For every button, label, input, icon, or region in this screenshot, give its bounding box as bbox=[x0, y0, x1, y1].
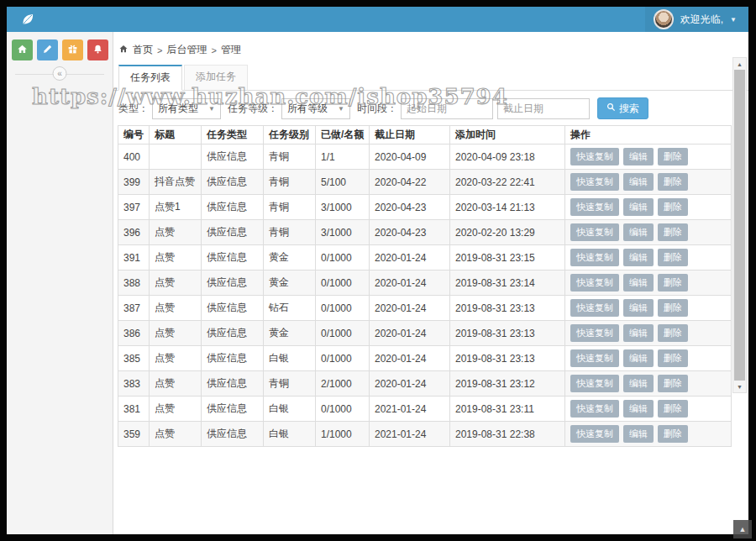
col-level: 任务级别 bbox=[264, 126, 316, 144]
cell-type: 供应信息 bbox=[202, 346, 264, 371]
edit-button[interactable]: 编辑 bbox=[623, 400, 654, 418]
cell-added: 2019-08-31 23:14 bbox=[450, 270, 565, 296]
cell-added: 2019-08-31 23:13 bbox=[450, 321, 565, 346]
type-select[interactable]: 所有类型 ▼ bbox=[152, 98, 221, 119]
cell-added: 2019-08-31 23:11 bbox=[450, 397, 565, 422]
delete-button[interactable]: 删除 bbox=[658, 324, 688, 342]
delete-button[interactable]: 删除 bbox=[658, 299, 688, 317]
cell-title: 点赞 bbox=[150, 220, 202, 245]
cell-type: 供应信息 bbox=[202, 195, 264, 220]
delete-button[interactable]: 删除 bbox=[658, 349, 688, 367]
cell-id: 396 bbox=[118, 220, 150, 245]
edit-button[interactable]: 编辑 bbox=[623, 249, 654, 266]
quick-copy-button[interactable]: 快速复制 bbox=[570, 324, 619, 342]
user-menu[interactable]: 欢迎光临, ▼ bbox=[645, 7, 748, 32]
cell-level: 白银 bbox=[264, 422, 316, 447]
quick-copy-button[interactable]: 快速复制 bbox=[570, 198, 619, 216]
delete-button[interactable]: 删除 bbox=[658, 425, 688, 443]
quick-copy-button[interactable]: 快速复制 bbox=[570, 375, 619, 392]
cell-progress: 5/100 bbox=[316, 170, 370, 195]
table-row: 396点赞供应信息青铜3/10002020-04-232020-02-20 13… bbox=[118, 220, 732, 245]
scroll-down-arrow-icon[interactable]: ▼ bbox=[733, 381, 746, 392]
cell-id: 397 bbox=[118, 195, 150, 220]
edit-button[interactable]: 编辑 bbox=[623, 425, 654, 443]
cell-progress: 0/1000 bbox=[316, 321, 370, 346]
edit-button[interactable]: 编辑 bbox=[623, 324, 654, 342]
start-date-input[interactable] bbox=[401, 98, 493, 119]
main-content: 首页 > 后台管理 > 管理 任务列表 添加任务 类型： 所有类型 ▼ bbox=[113, 32, 748, 534]
quick-copy-button[interactable]: 快速复制 bbox=[570, 400, 619, 418]
edit-button[interactable]: 编辑 bbox=[623, 375, 654, 392]
level-select[interactable]: 所有等级 ▼ bbox=[281, 98, 350, 119]
cell-id: 387 bbox=[118, 296, 150, 321]
vertical-scrollbar[interactable]: ▲ ▼ bbox=[732, 57, 747, 393]
quick-copy-button[interactable]: 快速复制 bbox=[570, 148, 619, 165]
cell-title: 点赞 bbox=[150, 346, 202, 371]
tab-add-task[interactable]: 添加任务 bbox=[184, 65, 248, 90]
cell-progress: 1/1000 bbox=[316, 422, 370, 447]
cell-deadline: 2020-01-24 bbox=[370, 245, 450, 270]
delete-button[interactable]: 删除 bbox=[658, 249, 688, 266]
cell-added: 2019-08-31 23:13 bbox=[450, 296, 565, 321]
breadcrumb: 首页 > 后台管理 > 管理 bbox=[118, 43, 748, 57]
home-icon bbox=[17, 44, 28, 57]
edit-button[interactable]: 编辑 bbox=[623, 349, 654, 367]
delete-button[interactable]: 删除 bbox=[658, 375, 688, 392]
delete-button[interactable]: 删除 bbox=[658, 223, 688, 241]
cell-actions: 快速复制编辑删除 bbox=[565, 195, 732, 220]
delete-button[interactable]: 删除 bbox=[658, 148, 688, 165]
cell-level: 黄金 bbox=[264, 245, 316, 270]
scroll-up-arrow-icon[interactable]: ▲ bbox=[733, 58, 746, 70]
cell-actions: 快速复制编辑删除 bbox=[565, 144, 732, 170]
breadcrumb-separator: > bbox=[211, 45, 216, 55]
edit-button[interactable]: 编辑 bbox=[623, 198, 654, 216]
back-to-top-button[interactable]: ▲ bbox=[733, 520, 752, 538]
breadcrumb-admin[interactable]: 后台管理 bbox=[166, 43, 207, 57]
cell-actions: 快速复制编辑删除 bbox=[565, 220, 732, 245]
sidebar-gift-button[interactable] bbox=[62, 39, 83, 60]
cell-type: 供应信息 bbox=[202, 144, 264, 170]
delete-button[interactable]: 删除 bbox=[658, 400, 688, 418]
table-row: 359点赞供应信息白银1/10002021-01-242019-08-31 22… bbox=[118, 422, 732, 447]
sidebar-edit-button[interactable] bbox=[37, 39, 58, 60]
table-row: 399抖音点赞供应信息青铜5/1002020-04-222020-03-22 2… bbox=[118, 170, 732, 195]
cell-deadline: 2020-01-24 bbox=[370, 371, 450, 397]
edit-button[interactable]: 编辑 bbox=[623, 223, 654, 241]
cell-actions: 快速复制编辑删除 bbox=[565, 397, 732, 422]
tab-task-list[interactable]: 任务列表 bbox=[118, 65, 182, 91]
avatar[interactable] bbox=[654, 9, 674, 29]
cell-title: 点赞 bbox=[150, 321, 202, 346]
sidebar-notifications-button[interactable] bbox=[87, 39, 108, 60]
sidebar-collapse-button[interactable]: « bbox=[53, 66, 67, 81]
edit-button[interactable]: 编辑 bbox=[623, 299, 654, 317]
delete-button[interactable]: 删除 bbox=[658, 274, 688, 292]
cell-title: 点赞 bbox=[150, 371, 202, 397]
end-date-input[interactable] bbox=[497, 98, 590, 119]
quick-copy-button[interactable]: 快速复制 bbox=[570, 349, 619, 367]
search-button[interactable]: 搜索 bbox=[597, 97, 648, 119]
col-title: 标题 bbox=[150, 126, 202, 144]
cell-deadline: 2020-01-24 bbox=[370, 346, 450, 371]
breadcrumb-home[interactable]: 首页 bbox=[133, 43, 153, 57]
cell-title: 点赞 bbox=[150, 397, 202, 422]
quick-copy-button[interactable]: 快速复制 bbox=[570, 274, 619, 292]
level-filter-label: 任务等级： bbox=[228, 102, 278, 116]
quick-copy-button[interactable]: 快速复制 bbox=[570, 173, 619, 191]
caret-down-icon[interactable]: ▼ bbox=[730, 16, 737, 24]
edit-button[interactable]: 编辑 bbox=[623, 173, 654, 191]
quick-copy-button[interactable]: 快速复制 bbox=[570, 223, 619, 241]
delete-button[interactable]: 删除 bbox=[658, 173, 688, 191]
scrollbar-thumb[interactable] bbox=[734, 70, 745, 381]
quick-copy-button[interactable]: 快速复制 bbox=[570, 249, 619, 266]
cell-id: 359 bbox=[118, 422, 150, 447]
edit-button[interactable]: 编辑 bbox=[623, 274, 654, 292]
sidebar-home-button[interactable] bbox=[12, 39, 33, 60]
quick-copy-button[interactable]: 快速复制 bbox=[570, 299, 619, 317]
sidebar: « bbox=[7, 32, 113, 534]
cell-title: 点赞 bbox=[150, 296, 202, 321]
edit-button[interactable]: 编辑 bbox=[623, 148, 654, 165]
delete-button[interactable]: 删除 bbox=[658, 198, 688, 216]
cell-title bbox=[150, 144, 202, 170]
quick-copy-button[interactable]: 快速复制 bbox=[570, 425, 619, 443]
home-icon bbox=[118, 44, 129, 56]
